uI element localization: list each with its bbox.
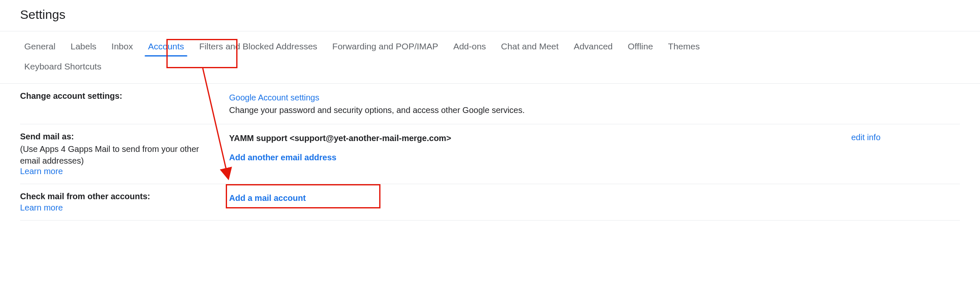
send-mail-as-email: YAMM support <support@yet-another-mail-m… <box>229 132 851 144</box>
change-account-label: Change account settings: <box>20 91 221 101</box>
send-mail-as-learn-more-link[interactable]: Learn more <box>20 167 63 176</box>
tab-advanced[interactable]: Advanced <box>566 37 620 56</box>
add-another-email-link[interactable]: Add another email address <box>229 153 337 162</box>
section-check-mail: Check mail from other accounts: Learn mo… <box>20 184 960 221</box>
tab-filters[interactable]: Filters and Blocked Addresses <box>191 37 324 56</box>
section-send-mail-as: Send mail as: (Use Apps 4 Gapps Mail to … <box>20 124 960 184</box>
edit-info-link[interactable]: edit info <box>851 133 880 142</box>
send-mail-as-label: Send mail as: <box>20 132 221 141</box>
add-mail-account-link[interactable]: Add a mail account <box>229 193 306 203</box>
tab-labels[interactable]: Labels <box>63 37 104 56</box>
send-mail-as-sub: (Use Apps 4 Gapps Mail to send from your… <box>20 143 221 167</box>
settings-content: Change account settings: Google Account … <box>0 84 980 221</box>
tab-inbox[interactable]: Inbox <box>104 37 140 56</box>
section-change-account: Change account settings: Google Account … <box>20 84 960 124</box>
tab-chat-meet[interactable]: Chat and Meet <box>493 37 566 56</box>
check-mail-learn-more-link[interactable]: Learn more <box>20 203 63 212</box>
tab-general[interactable]: General <box>17 37 63 56</box>
tabs-row-1: General Labels Inbox Accounts Filters an… <box>0 31 980 56</box>
tab-themes[interactable]: Themes <box>661 37 707 56</box>
check-mail-label: Check mail from other accounts: <box>20 192 221 201</box>
tabs-row-2: Keyboard Shortcuts <box>0 56 980 83</box>
tab-offline[interactable]: Offline <box>620 37 661 56</box>
tab-forwarding[interactable]: Forwarding and POP/IMAP <box>325 37 446 56</box>
tab-addons[interactable]: Add-ons <box>446 37 493 56</box>
tab-accounts[interactable]: Accounts <box>140 37 191 56</box>
google-account-settings-link[interactable]: Google Account settings <box>229 93 319 102</box>
tab-keyboard-shortcuts[interactable]: Keyboard Shortcuts <box>17 57 109 76</box>
change-account-desc: Change your password and security option… <box>229 104 851 116</box>
page-title: Settings <box>0 0 980 31</box>
